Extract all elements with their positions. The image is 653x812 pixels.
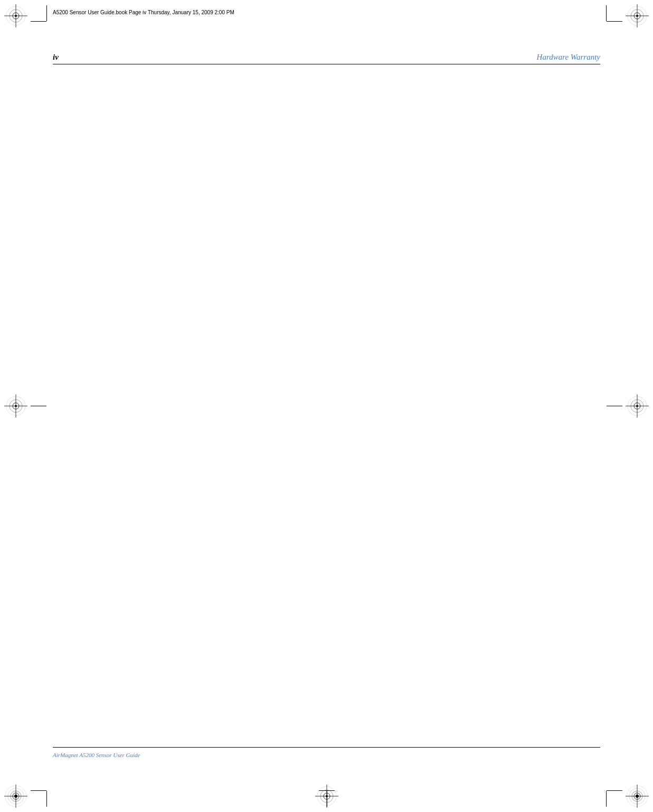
crop-mark-ml-horizontal <box>31 406 46 407</box>
registration-mark-top-right <box>626 4 649 27</box>
svg-point-29 <box>14 795 17 798</box>
page-number: iv <box>53 53 59 62</box>
file-metadata: A5200 Sensor User Guide.book Page iv Thu… <box>53 10 234 15</box>
svg-point-22 <box>636 405 638 407</box>
chapter-title: Hardware Warranty <box>537 53 600 62</box>
page-footer: AirMagnet A5200 Sensor User Guide <box>53 747 600 759</box>
svg-point-16 <box>15 405 17 407</box>
svg-point-36 <box>636 795 639 798</box>
crop-mark-bl-horizontal <box>31 790 46 791</box>
svg-point-42 <box>326 795 328 797</box>
crop-mark-br-horizontal <box>607 790 622 791</box>
registration-mark-middle-right <box>626 394 649 418</box>
page: A5200 Sensor User Guide.book Page iv Thu… <box>0 0 653 812</box>
registration-mark-top-left <box>4 4 27 27</box>
registration-mark-bottom-left <box>4 785 27 808</box>
svg-point-10 <box>636 15 638 17</box>
crop-mark-mr-horizontal <box>607 406 622 407</box>
file-info-text: A5200 Sensor User Guide.book Page iv Thu… <box>53 10 234 15</box>
registration-mark-bottom-right <box>626 785 649 808</box>
crop-mark-bl-vertical <box>46 791 47 807</box>
registration-mark-middle-left <box>4 394 27 418</box>
crop-mark-br-vertical <box>606 791 607 807</box>
crop-mark-tr-horizontal <box>607 21 622 22</box>
registration-mark-bottom-center <box>315 785 338 808</box>
crop-mark-tl-vertical <box>46 5 47 21</box>
svg-point-4 <box>15 15 17 17</box>
footer-text: AirMagnet A5200 Sensor User Guide <box>53 752 140 758</box>
page-header: iv Hardware Warranty <box>53 53 600 64</box>
crop-mark-tr-vertical <box>606 5 607 21</box>
header-rule-line: iv Hardware Warranty <box>53 53 600 64</box>
crop-mark-tl-horizontal <box>31 21 46 22</box>
